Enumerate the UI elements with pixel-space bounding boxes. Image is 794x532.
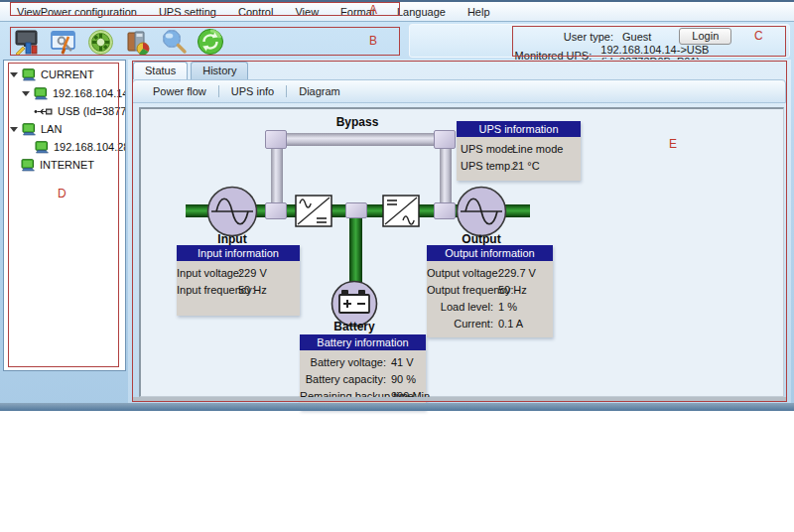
monitor-chart-icon[interactable]: [12, 28, 42, 56]
info-value: 41 V: [391, 354, 414, 371]
viewpower-app-screenshot: ViewPower configuration UPS setting Cont…: [0, 0, 794, 532]
info-label: Output frequency:: [427, 282, 498, 299]
expander-icon[interactable]: [10, 127, 18, 132]
info-label: Battery capacity:: [300, 371, 391, 388]
toolbar: [12, 27, 225, 57]
tab-history[interactable]: History: [191, 62, 248, 79]
info-label: Input frequency:: [177, 282, 238, 299]
user-type-value: Guest: [622, 31, 651, 43]
info-label: UPS temp.:: [457, 158, 512, 175]
pipe-joint: [265, 130, 287, 149]
tree-item-ip-104-28[interactable]: 192.168.104.28: [35, 139, 126, 155]
refresh-icon[interactable]: [196, 28, 225, 56]
computer-icon: [34, 87, 49, 100]
pipe-joint: [345, 202, 367, 218]
ups-information-box: UPS information UPS mode:Line mode UPS t…: [457, 121, 581, 181]
input-source-icon: [206, 186, 258, 237]
info-label: Current:: [427, 316, 498, 332]
window-bottom-edge: [0, 403, 794, 411]
menu-view[interactable]: View: [295, 6, 319, 18]
info-value: 50 Hz: [498, 282, 527, 299]
annotation-letter-e: E: [669, 137, 677, 151]
menu-control[interactable]: Control: [238, 6, 273, 18]
pipe-joint: [434, 202, 456, 219]
power-flow-diagram: Bypass: [139, 107, 784, 397]
info-value: 90 %: [391, 371, 416, 388]
tab-status[interactable]: Status: [133, 62, 188, 79]
tree-item-label: INTERNET: [40, 159, 94, 171]
bypass-pipe-right: [440, 139, 452, 212]
computer-icon: [35, 141, 50, 154]
login-button[interactable]: Login: [679, 28, 731, 45]
pipe-joint: [434, 130, 456, 149]
tree-item-label: LAN: [41, 123, 62, 135]
info-box-title: Input information: [177, 245, 300, 261]
menu-ups-setting[interactable]: UPS setting: [159, 6, 216, 18]
info-label: Output voltage:: [427, 265, 498, 282]
user-type-label: User type:: [410, 31, 613, 43]
tree-item-label: USB (Id=38773D0: [58, 105, 126, 117]
view-link-ups-info[interactable]: UPS info: [219, 85, 286, 97]
config-tools-icon[interactable]: [49, 28, 78, 56]
computer-icon: [22, 123, 37, 136]
output-label: Output: [452, 232, 511, 246]
expander-icon[interactable]: [22, 91, 30, 96]
input-label: Input: [202, 232, 262, 246]
usb-icon: [34, 107, 54, 116]
info-value: 0.1 A: [498, 316, 523, 332]
info-label: UPS mode:: [457, 141, 512, 158]
tree-item-label: 192.168.104.14: [53, 87, 126, 99]
menu-viewpower-configuration[interactable]: ViewPower configuration: [17, 6, 137, 18]
control-gear-icon[interactable]: [85, 28, 115, 56]
menu-bar: ViewPower configuration UPS setting Cont…: [0, 2, 794, 22]
tree-item-usb-device[interactable]: USB (Id=38773D0: [34, 103, 126, 119]
tree-item-internet[interactable]: INTERNET: [21, 157, 94, 173]
view-link-power-flow[interactable]: Power flow: [141, 85, 218, 97]
rectifier-icon: [295, 195, 332, 227]
tree-item-current[interactable]: CURRENT: [10, 66, 94, 82]
info-value: 21 °C: [512, 158, 540, 175]
output-information-box: Output information Output voltage:229.7 …: [427, 245, 553, 337]
log-report-icon[interactable]: [122, 28, 152, 56]
tree-item-label: 192.168.104.28: [54, 141, 126, 153]
info-value: 229 V: [238, 265, 267, 282]
inverter-icon: [382, 195, 420, 227]
browse-magnifier-icon[interactable]: [159, 28, 189, 56]
tree-item-ip-104-14[interactable]: 192.168.104.14: [22, 85, 126, 101]
info-value: 1 %: [498, 299, 517, 316]
input-information-box: Input information Input voltage:229 V In…: [177, 245, 300, 316]
info-box-title: Output information: [427, 245, 553, 261]
menu-format[interactable]: Format: [340, 6, 375, 18]
info-value: Line mode: [512, 141, 563, 158]
app-window: ViewPower configuration UPS setting Cont…: [0, 0, 794, 409]
info-label: Input voltage:: [177, 265, 238, 282]
panel-bottom-edge: [132, 397, 786, 402]
user-panel: User type: Guest Login Monitored UPS: 19…: [409, 24, 790, 58]
info-label: Load level:: [427, 299, 498, 316]
computer-icon: [21, 159, 36, 172]
bypass-label: Bypass: [326, 115, 389, 129]
view-switch-bar: Power flow UPS info Diagram: [132, 79, 786, 103]
bypass-pipe-top: [268, 133, 451, 146]
expander-icon[interactable]: [10, 72, 18, 77]
battery-label: Battery: [325, 320, 384, 333]
bypass-pipe-left: [271, 139, 283, 212]
tree-item-label: CURRENT: [41, 68, 94, 80]
device-tree-panel: CURRENT 192.168.104.14 USB (Id=38773D0 L…: [3, 60, 126, 371]
info-value: 50 Hz: [238, 282, 267, 299]
info-box-title: Battery information: [300, 334, 426, 350]
info-value: 229.7 V: [498, 265, 536, 282]
battery-pipe: [349, 213, 362, 283]
computer-icon: [22, 68, 37, 81]
menu-language[interactable]: Language: [397, 6, 446, 18]
view-link-diagram[interactable]: Diagram: [287, 85, 352, 97]
info-box-title: UPS information: [457, 121, 581, 137]
pipe-joint: [265, 202, 287, 219]
output-source-icon: [456, 186, 507, 237]
tab-bar: Status History: [133, 62, 248, 79]
menu-help[interactable]: Help: [467, 6, 490, 18]
tree-item-lan[interactable]: LAN: [10, 121, 62, 137]
info-label: Battery voltage:: [300, 354, 391, 371]
